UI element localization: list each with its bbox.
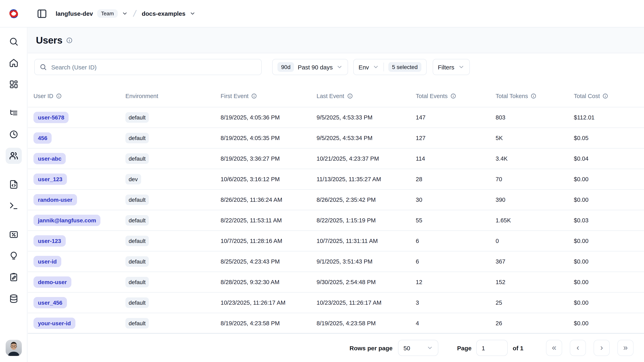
chevron-down-icon (336, 64, 343, 70)
page-info-icon[interactable] (66, 37, 72, 43)
total-tokens-cell: 803 (496, 114, 574, 121)
sidebar-item-home[interactable] (6, 55, 22, 71)
breadcrumb-org[interactable]: langfuse-dev (56, 10, 93, 17)
environment-filter-button[interactable]: Env 5 selected (353, 59, 426, 75)
env-selected-badge: 5 selected (388, 62, 422, 72)
table-row[interactable]: your-user-id default 8/19/2025, 4:23:58 … (28, 313, 644, 333)
user-id-badge[interactable]: user_123 (34, 174, 67, 185)
sidebar-item-search[interactable] (6, 34, 22, 50)
lightbulb-icon (9, 251, 18, 261)
user-id-badge[interactable]: user-abc (34, 153, 66, 164)
last-event-cell: 10/7/2025, 11:31:11 AM (316, 238, 416, 244)
column-header[interactable]: Total Tokens (496, 93, 574, 99)
total-cost-cell: $0.00 (574, 279, 644, 285)
total-events-cell: 6 (416, 238, 496, 244)
project-switcher-button[interactable] (190, 11, 196, 17)
column-header[interactable]: User ID (34, 93, 126, 99)
user-id-badge[interactable]: demo-user (34, 276, 71, 288)
column-header[interactable]: Total Events (416, 93, 496, 99)
user-id-badge[interactable]: 456 (34, 132, 52, 144)
table-row[interactable]: user-123 default 10/7/2025, 11:28:16 AM … (28, 230, 644, 251)
sidebar-item-annotation[interactable] (6, 269, 22, 285)
total-tokens-cell: 25 (496, 299, 574, 306)
langfuse-logo-icon (7, 7, 20, 20)
total-cost-cell: $0.03 (574, 217, 644, 224)
column-header-label: Total Tokens (496, 93, 528, 99)
info-icon (66, 37, 72, 43)
first-event-cell: 8/22/2025, 11:53:11 AM (220, 217, 316, 224)
chevron-left-icon: ‹ (576, 343, 579, 351)
user-id-badge[interactable]: user-id (34, 256, 61, 267)
user-id-badge[interactable]: your-user-id (34, 317, 75, 329)
rows-per-page-select[interactable]: 50 (398, 340, 438, 356)
info-icon[interactable] (450, 93, 456, 99)
user-id-badge[interactable]: random-user (34, 194, 77, 205)
table-row[interactable]: jannik@langfuse.com default 8/22/2025, 1… (28, 210, 644, 230)
total-cost-cell: $0.00 (574, 197, 644, 203)
sidebar-item-evaluation[interactable] (6, 226, 22, 243)
info-icon[interactable] (347, 93, 353, 99)
sidebar-item-sessions[interactable] (6, 126, 22, 142)
sidebar-item-prompts[interactable] (6, 176, 22, 192)
sidebar-item-dashboards[interactable] (6, 76, 22, 92)
total-events-cell: 3 (416, 299, 496, 306)
chevron-down-icon (122, 11, 128, 17)
clock-icon (9, 130, 18, 139)
breadcrumb-project[interactable]: docs-examples (142, 10, 186, 17)
info-icon[interactable] (56, 93, 62, 99)
rows-per-page-value: 50 (404, 344, 410, 351)
column-header[interactable]: Environment (126, 93, 220, 99)
column-header[interactable]: Total Cost (574, 93, 644, 99)
sidebar-item-playground[interactable] (6, 198, 22, 214)
user-id-badge[interactable]: jannik@langfuse.com (34, 215, 100, 226)
page-title: Users (36, 35, 62, 46)
last-event-cell: 8/26/2025, 2:35:42 PM (316, 197, 416, 203)
table-row[interactable]: demo-user default 8/28/2025, 9:32:30 AM … (28, 272, 644, 292)
table-row[interactable]: user-id default 8/25/2025, 4:23:43 PM 9/… (28, 251, 644, 272)
next-page-button[interactable]: › (594, 340, 610, 356)
sidebar-item-datasets[interactable] (6, 290, 22, 307)
table-row[interactable]: user-5678 default 8/19/2025, 4:05:36 PM … (28, 107, 644, 128)
table-row[interactable]: 456 default 8/19/2025, 4:05:35 PM 9/5/20… (28, 128, 644, 148)
sidebar-toggle-button[interactable] (36, 7, 48, 20)
table-row[interactable]: user-abc default 8/19/2025, 3:36:27 PM 1… (28, 148, 644, 169)
user-id-badge[interactable]: user_456 (34, 297, 67, 308)
sidebar-item-insights[interactable] (6, 248, 22, 264)
users-icon (9, 151, 18, 161)
total-events-cell: 127 (416, 135, 496, 141)
sidebar-item-tracing[interactable] (6, 105, 22, 121)
user-avatar[interactable] (6, 340, 22, 356)
table-row[interactable]: user_123 dev 10/6/2025, 3:16:12 PM 11/13… (28, 169, 644, 189)
info-icon[interactable] (531, 93, 536, 99)
app-logo[interactable] (0, 7, 28, 20)
first-event-cell: 10/7/2025, 11:28:16 AM (220, 238, 316, 244)
divider (384, 63, 384, 72)
first-event-cell: 8/28/2025, 9:32:30 AM (220, 279, 316, 285)
column-header[interactable]: First Event (220, 93, 316, 99)
first-event-cell: 8/19/2025, 4:05:36 PM (220, 114, 316, 121)
search-input[interactable] (50, 63, 256, 71)
search-box[interactable] (34, 59, 262, 75)
prev-page-button[interactable]: ‹ (570, 340, 586, 356)
info-icon[interactable] (603, 93, 608, 99)
first-event-cell: 8/19/2025, 3:36:27 PM (220, 155, 316, 162)
user-id-badge[interactable]: user-5678 (34, 112, 69, 123)
table-row[interactable]: random-user default 8/26/2025, 11:36:24 … (28, 189, 644, 210)
last-event-cell: 8/19/2025, 4:23:58 PM (316, 320, 416, 326)
environment-badge: default (126, 153, 149, 164)
org-switcher-button[interactable] (122, 11, 128, 17)
date-range-button[interactable]: 90d Past 90 days (272, 59, 348, 75)
info-icon[interactable] (252, 93, 257, 99)
first-page-button[interactable]: « (546, 340, 562, 356)
sidebar-item-users[interactable] (6, 148, 22, 164)
last-page-button[interactable]: » (618, 340, 634, 356)
column-header[interactable]: Last Event (316, 93, 416, 99)
table-row[interactable]: user_456 default 10/23/2025, 11:26:17 AM… (28, 292, 644, 313)
filters-button[interactable]: Filters (433, 59, 470, 75)
total-cost-cell: $112.01 (574, 114, 644, 121)
user-id-badge[interactable]: user-123 (34, 235, 66, 247)
page-number-input[interactable] (476, 340, 508, 356)
total-cost-cell: $0.04 (574, 155, 644, 162)
main-content: 90d Past 90 days Env 5 selected Filters (28, 54, 644, 362)
column-header-label: Environment (126, 93, 158, 99)
